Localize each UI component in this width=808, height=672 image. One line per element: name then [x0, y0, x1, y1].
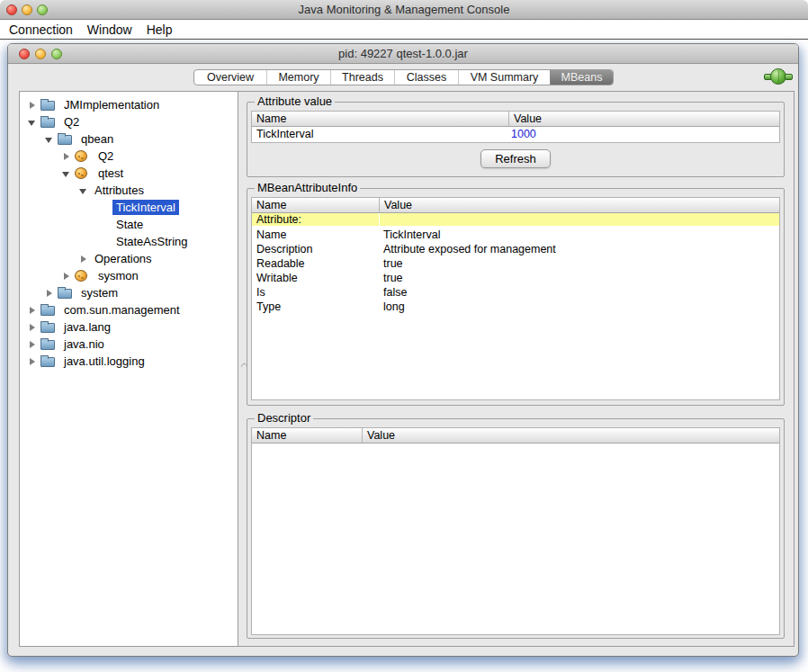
descriptor-groupbox: Descriptor NameValue	[247, 418, 785, 639]
tree-item-label: Q2	[98, 149, 113, 163]
tree-item-label: JMImplementation	[64, 98, 159, 112]
collapse-arrow-icon[interactable]	[44, 134, 55, 145]
expand-arrow-icon[interactable]	[27, 339, 38, 350]
folder-icon	[40, 340, 55, 350]
tab-threads[interactable]: Threads	[330, 70, 394, 85]
outer-titlebar: Java Monitoring & Management Console	[0, 0, 808, 20]
menu-window[interactable]: Window	[87, 22, 132, 37]
pid-window: pid: 49227 qtest-1.0.0.jar OverviewMemor…	[7, 43, 799, 657]
tree-item-label: State	[116, 218, 143, 231]
inner-zoom-button[interactable]	[51, 49, 62, 59]
tree-item-com-sun-management[interactable]: com.sun.management	[20, 301, 238, 318]
folder-icon	[40, 118, 55, 128]
tree-item-label: java.lang	[64, 320, 111, 334]
collapse-arrow-icon[interactable]	[61, 168, 72, 179]
table-row[interactable]: Typelong	[252, 300, 779, 314]
expand-arrow-icon[interactable]	[27, 305, 38, 316]
table-header: NameValue	[252, 198, 779, 213]
column-header-name[interactable]: Name	[252, 428, 362, 443]
tree-item-java-lang[interactable]: java.lang	[20, 318, 238, 336]
table-header: NameValue	[252, 428, 779, 444]
tab-overview[interactable]: Overview	[194, 70, 266, 85]
folder-icon	[40, 323, 55, 333]
table-row[interactable]: NameTickInterval	[252, 228, 779, 242]
table-row[interactable]: TickInterval1000	[252, 127, 779, 142]
cell-name: Readable	[252, 256, 379, 271]
column-header-value[interactable]: Value	[379, 198, 779, 212]
tab-vm-summary[interactable]: VM Summary	[458, 70, 550, 85]
cell-value: true	[379, 256, 779, 271]
tree-indent-spacer	[95, 202, 111, 213]
groupbox-title: Attribute value	[255, 95, 335, 108]
tree-item-label: StateAsString	[116, 235, 188, 248]
tab-classes[interactable]: Classes	[394, 70, 458, 85]
mbean-tree: JMImplementationQ2qbeanQ2qtestAttributes…	[20, 92, 238, 646]
cell-value: false	[379, 285, 779, 300]
collapse-arrow-icon[interactable]	[78, 185, 89, 196]
tree-item-label: system	[81, 286, 118, 300]
tab-mbeans[interactable]: MBeans	[550, 70, 613, 85]
minimize-button[interactable]	[22, 4, 32, 15]
column-header-name[interactable]: Name	[252, 112, 508, 126]
cell-value	[379, 213, 779, 226]
tree-item-tickinterval[interactable]: TickInterval	[20, 199, 238, 216]
cell-name: Type	[252, 300, 379, 314]
expand-arrow-icon[interactable]	[61, 151, 72, 162]
cell-value: TickInterval	[379, 228, 779, 242]
expand-arrow-icon[interactable]	[27, 356, 38, 367]
tree-item-qtest[interactable]: qtest	[20, 165, 238, 182]
expand-arrow-icon[interactable]	[44, 288, 55, 299]
tree-item-label: sysmon	[98, 269, 139, 282]
cell-value: long	[379, 300, 779, 314]
cell-value: true	[379, 271, 779, 285]
cell-name: Attribute:	[252, 213, 379, 226]
tree-item-q2[interactable]: Q2	[20, 113, 238, 130]
table-row[interactable]: Writabletrue	[252, 271, 779, 285]
bean-icon	[75, 270, 87, 282]
tree-item-sysmon[interactable]: sysmon	[20, 267, 238, 284]
table-row[interactable]: Attribute:	[252, 213, 779, 228]
collapse-arrow-icon[interactable]	[27, 117, 38, 128]
tree-item-stateasstring[interactable]: StateAsString	[20, 233, 238, 250]
folder-icon	[58, 289, 72, 299]
attribute-value-groupbox: Attribute value NameValue TickInterval10…	[247, 102, 785, 177]
column-header-value[interactable]: Value	[508, 112, 779, 126]
zoom-button[interactable]	[37, 4, 48, 15]
table-row[interactable]: Isfalse	[252, 285, 779, 300]
close-button[interactable]	[6, 4, 17, 15]
table-row[interactable]: DescriptionAttribute exposed for managem…	[252, 242, 779, 256]
attribute-value-table: NameValue TickInterval1000	[251, 111, 780, 143]
cell-name: Description	[252, 242, 379, 256]
tree-item-q2[interactable]: Q2	[20, 148, 238, 165]
column-header-value[interactable]: Value	[362, 428, 779, 443]
inner-titlebar: pid: 49227 qtest-1.0.0.jar	[8, 44, 798, 64]
cell-value: Attribute exposed for management	[379, 242, 779, 256]
expand-arrow-icon[interactable]	[27, 100, 38, 111]
tree-item-java-util-logging[interactable]: java.util.logging	[20, 353, 238, 370]
tab-memory[interactable]: Memory	[266, 70, 330, 85]
inner-minimize-button[interactable]	[35, 49, 46, 59]
tree-item-operations[interactable]: Operations	[20, 250, 238, 267]
bean-icon	[75, 150, 87, 162]
tree-item-attributes[interactable]: Attributes	[20, 182, 238, 199]
tree-item-label: com.sun.management	[64, 303, 180, 317]
inner-close-button[interactable]	[19, 49, 30, 59]
expand-arrow-icon[interactable]	[78, 254, 89, 264]
cell-name: Is	[252, 285, 379, 300]
tree-item-jmimplementation[interactable]: JMImplementation	[20, 96, 238, 113]
expand-arrow-icon[interactable]	[27, 322, 38, 333]
folder-icon	[58, 135, 72, 145]
tree-item-state[interactable]: State	[20, 216, 238, 233]
tree-item-label: qtest	[98, 166, 123, 180]
column-header-name[interactable]: Name	[252, 198, 379, 212]
tree-item-system[interactable]: system	[20, 284, 238, 301]
tree-item-java-nio[interactable]: java.nio	[20, 336, 238, 353]
tree-item-label: java.nio	[64, 337, 104, 351]
menu-connection[interactable]: Connection	[9, 22, 73, 37]
expand-arrow-icon[interactable]	[61, 271, 72, 282]
menu-help[interactable]: Help	[147, 22, 173, 37]
cell-name: TickInterval	[252, 127, 508, 142]
tree-item-qbean[interactable]: qbean	[20, 130, 238, 148]
refresh-button[interactable]: Refresh	[480, 149, 551, 168]
table-row[interactable]: Readabletrue	[252, 256, 779, 271]
